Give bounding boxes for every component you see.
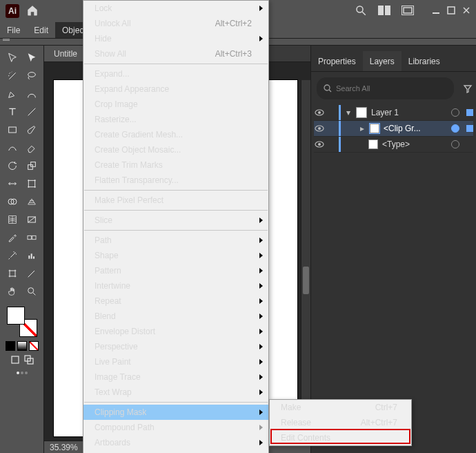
search-icon[interactable] xyxy=(355,4,367,19)
gradient-tool[interactable] xyxy=(23,211,41,228)
hand-tool[interactable] xyxy=(3,283,21,300)
window-maximize-button[interactable] xyxy=(447,6,455,17)
zoom-level[interactable]: 35.39% xyxy=(50,443,78,452)
magic-wand-tool[interactable] xyxy=(3,68,21,84)
menu-item-create-gradient-mesh[interactable]: Create Gradient Mesh... xyxy=(83,127,268,142)
curvature-tool[interactable] xyxy=(23,86,41,102)
menu-item-lock[interactable]: Lock xyxy=(83,1,268,16)
line-tool[interactable] xyxy=(23,104,41,120)
artboard-tool[interactable] xyxy=(3,265,21,282)
color-mode-gradient[interactable] xyxy=(17,341,27,351)
submenu-item-make[interactable]: MakeCtrl+7 xyxy=(270,400,411,415)
eyedropper-tool[interactable] xyxy=(3,229,21,246)
layer-name[interactable]: <Clip Gr... xyxy=(384,124,447,133)
eraser-tool[interactable] xyxy=(23,139,41,156)
scrollbar-thumb[interactable] xyxy=(303,267,309,294)
menu-item-create-trim-marks[interactable]: Create Trim Marks xyxy=(83,157,268,173)
menu-file[interactable]: File xyxy=(0,22,27,38)
disclosure-icon[interactable]: ▸ xyxy=(359,124,366,133)
direct-selection-tool[interactable] xyxy=(23,50,41,66)
menu-item-slice[interactable]: Slice xyxy=(83,213,268,228)
draw-behind-icon[interactable] xyxy=(24,355,34,365)
menu-item-hide[interactable]: Hide xyxy=(83,31,268,46)
home-icon[interactable] xyxy=(26,4,39,19)
perspective-grid-tool[interactable] xyxy=(23,193,41,210)
free-transform-tool[interactable] xyxy=(23,175,41,192)
menu-item-blend[interactable]: Blend xyxy=(83,309,268,324)
menu-item-image-trace[interactable]: Image Trace xyxy=(83,369,268,385)
submenu-item-release[interactable]: ReleaseAlt+Ctrl+7 xyxy=(270,415,411,430)
target-icon[interactable] xyxy=(451,124,459,133)
screen-mode-dots[interactable] xyxy=(17,372,28,374)
window-close-button[interactable] xyxy=(462,6,470,17)
rectangle-tool[interactable] xyxy=(3,122,21,138)
layer-row[interactable]: <Type> xyxy=(314,137,473,153)
fill-swatch[interactable] xyxy=(7,307,25,325)
color-mode-solid[interactable] xyxy=(6,341,15,351)
width-tool[interactable] xyxy=(3,175,21,192)
symbol-sprayer-tool[interactable] xyxy=(3,247,21,264)
layer-name[interactable]: Layer 1 xyxy=(371,108,447,117)
menu-item-graph[interactable]: Graph xyxy=(83,450,268,453)
arrange-docs-box-icon[interactable] xyxy=(401,6,414,17)
document-tab[interactable]: Untitle xyxy=(44,46,88,61)
menu-item-unlock-all[interactable]: Unlock AllAlt+Ctrl+2 xyxy=(83,16,268,31)
submenu-item-edit-contents[interactable]: Edit Contents xyxy=(270,430,411,445)
collapse-grip-icon[interactable] xyxy=(3,39,10,44)
fill-stroke-swatches[interactable] xyxy=(7,307,37,337)
menu-item-create-object-mosaic[interactable]: Create Object Mosaic... xyxy=(83,142,268,157)
lasso-tool[interactable] xyxy=(23,68,41,84)
selection-tool[interactable] xyxy=(3,50,21,66)
menu-item-compound-path[interactable]: Compound Path xyxy=(83,420,268,435)
menu-item-rasterize[interactable]: Rasterize... xyxy=(83,112,268,127)
menu-item-envelope-distort[interactable]: Envelope Distort xyxy=(83,324,268,339)
mesh-tool[interactable] xyxy=(3,211,21,228)
layers-search-input[interactable] xyxy=(336,84,447,93)
menu-item-path[interactable]: Path xyxy=(83,233,268,248)
menu-item-perspective[interactable]: Perspective xyxy=(83,339,268,354)
menu-item-text-wrap[interactable]: Text Wrap xyxy=(83,385,268,400)
layer-row[interactable]: ▾ Layer 1 xyxy=(314,105,473,121)
zoom-tool[interactable] xyxy=(23,283,41,300)
menu-item-intertwine[interactable]: Intertwine xyxy=(83,278,268,293)
layer-name[interactable]: <Type> xyxy=(382,139,447,149)
visibility-toggle[interactable] xyxy=(314,125,325,132)
disclosure-icon[interactable]: ▾ xyxy=(345,108,352,117)
shaper-tool[interactable] xyxy=(3,139,21,156)
layers-search[interactable] xyxy=(317,77,454,99)
target-icon[interactable] xyxy=(451,108,459,117)
type-tool[interactable] xyxy=(3,104,21,120)
color-mode-none[interactable] xyxy=(29,341,39,351)
menu-item-expand-appearance[interactable]: Expand Appearance xyxy=(83,81,268,97)
slice-tool[interactable] xyxy=(23,265,41,282)
menu-item-flatten-transparency[interactable]: Flatten Transparency... xyxy=(83,173,268,188)
scale-tool[interactable] xyxy=(23,157,41,174)
vertical-scrollbar[interactable] xyxy=(301,80,310,436)
menu-item-artboards[interactable]: Artboards xyxy=(83,435,268,450)
target-icon[interactable] xyxy=(451,140,459,148)
menu-item-show-all[interactable]: Show AllAlt+Ctrl+3 xyxy=(83,46,268,61)
paintbrush-tool[interactable] xyxy=(23,122,41,138)
menu-item-make-pixel-perfect[interactable]: Make Pixel Perfect xyxy=(83,193,268,208)
layer-row[interactable]: ▸ <Clip Gr... xyxy=(314,121,473,137)
pen-tool[interactable] xyxy=(3,86,21,102)
menu-item-pattern[interactable]: Pattern xyxy=(83,263,268,278)
menu-item-clipping-mask[interactable]: Clipping Mask xyxy=(83,405,268,420)
column-graph-tool[interactable] xyxy=(23,247,41,264)
menu-item-shape[interactable]: Shape xyxy=(83,248,268,263)
menu-item-repeat[interactable]: Repeat xyxy=(83,293,268,309)
rotate-tool[interactable] xyxy=(3,157,21,174)
tab-libraries[interactable]: Libraries xyxy=(401,51,447,71)
menu-item-live-paint[interactable]: Live Paint xyxy=(83,354,268,369)
menu-edit[interactable]: Edit xyxy=(27,22,55,38)
shape-builder-tool[interactable] xyxy=(3,193,21,210)
tab-layers[interactable]: Layers xyxy=(363,51,401,71)
visibility-toggle[interactable] xyxy=(314,141,325,148)
menu-item-crop-image[interactable]: Crop Image xyxy=(83,97,268,112)
menu-item-expand[interactable]: Expand... xyxy=(83,66,268,81)
visibility-toggle[interactable] xyxy=(314,109,325,116)
filter-icon[interactable] xyxy=(459,84,476,93)
window-minimize-button[interactable] xyxy=(432,6,440,17)
draw-normal-icon[interactable] xyxy=(10,355,20,365)
blend-tool[interactable] xyxy=(23,229,41,246)
